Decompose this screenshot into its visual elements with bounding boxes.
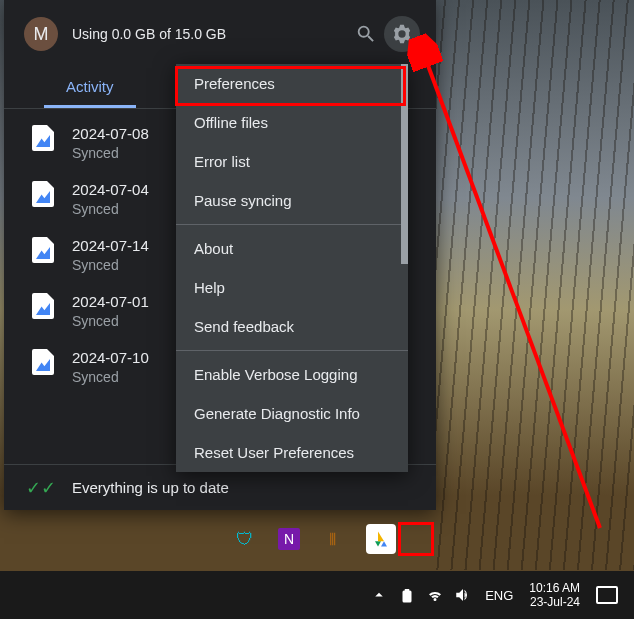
- menu-send-feedback[interactable]: Send feedback: [176, 307, 408, 346]
- avatar[interactable]: M: [24, 17, 58, 51]
- file-name: 2024-07-10: [72, 349, 149, 367]
- file-name: 2024-07-08: [72, 125, 149, 143]
- file-name: 2024-07-14: [72, 237, 149, 255]
- menu-error-list[interactable]: Error list: [176, 142, 408, 181]
- clock[interactable]: 10:16 AM 23-Jul-24: [521, 581, 588, 610]
- menu-divider: [176, 350, 408, 351]
- menu-about[interactable]: About: [176, 229, 408, 268]
- file-name: 2024-07-01: [72, 293, 149, 311]
- tab-activity[interactable]: Activity: [44, 68, 136, 108]
- file-status: Synced: [72, 313, 149, 329]
- gear-icon[interactable]: [384, 16, 420, 52]
- taskbar: ENG 10:16 AM 23-Jul-24: [0, 571, 634, 619]
- wallpaper-detail: [430, 0, 634, 570]
- menu-preferences[interactable]: Preferences: [176, 64, 408, 103]
- menu-divider: [176, 224, 408, 225]
- file-status: Synced: [72, 257, 149, 273]
- menu-pause-syncing[interactable]: Pause syncing: [176, 181, 408, 220]
- image-file-icon: [32, 293, 54, 319]
- search-icon[interactable]: [348, 16, 384, 52]
- clock-time: 10:16 AM: [529, 581, 580, 595]
- menu-generate-diagnostic[interactable]: Generate Diagnostic Info: [176, 394, 408, 433]
- storage-text: Using 0.0 GB of 15.0 GB: [72, 26, 348, 42]
- panel-header: M Using 0.0 GB of 15.0 GB: [4, 0, 436, 60]
- onenote-app-icon[interactable]: N: [278, 528, 300, 550]
- file-status: Synced: [72, 201, 149, 217]
- menu-reset-preferences[interactable]: Reset User Preferences: [176, 433, 408, 472]
- clock-date: 23-Jul-24: [529, 595, 580, 609]
- menu-enable-verbose[interactable]: Enable Verbose Logging: [176, 355, 408, 394]
- wifi-icon[interactable]: [421, 571, 449, 619]
- menu-help[interactable]: Help: [176, 268, 408, 307]
- language-indicator[interactable]: ENG: [477, 588, 521, 603]
- menu-scrollbar[interactable]: [401, 64, 408, 264]
- volume-icon[interactable]: [449, 571, 477, 619]
- settings-menu: Preferences Offline files Error list Pau…: [176, 64, 408, 472]
- file-name: 2024-07-04: [72, 181, 149, 199]
- menu-offline-files[interactable]: Offline files: [176, 103, 408, 142]
- status-text: Everything is up to date: [72, 479, 229, 496]
- file-status: Synced: [72, 369, 149, 385]
- google-drive-tray-icon[interactable]: [366, 524, 396, 554]
- image-file-icon: [32, 237, 54, 263]
- double-check-icon: ✓✓: [26, 477, 56, 499]
- app-icon[interactable]: ⦀: [320, 526, 346, 552]
- chevron-up-icon[interactable]: [365, 571, 393, 619]
- notifications-icon[interactable]: [596, 586, 618, 604]
- image-file-icon: [32, 181, 54, 207]
- taskbar-app-tray: 🛡 N ⦀: [232, 524, 396, 554]
- shield-app-icon[interactable]: 🛡: [232, 526, 258, 552]
- file-status: Synced: [72, 145, 149, 161]
- image-file-icon: [32, 125, 54, 151]
- battery-icon[interactable]: [393, 571, 421, 619]
- image-file-icon: [32, 349, 54, 375]
